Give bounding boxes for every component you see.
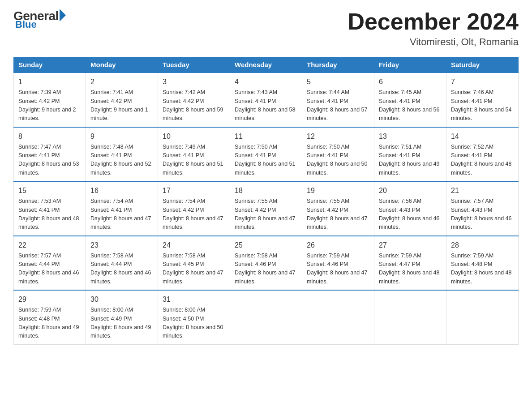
day-info: Sunrise: 7:59 AM Sunset: 4:47 PM Dayligh… bbox=[379, 252, 442, 287]
day-info: Sunrise: 7:42 AM Sunset: 4:42 PM Dayligh… bbox=[163, 88, 225, 123]
day-info: Sunrise: 7:39 AM Sunset: 4:42 PM Dayligh… bbox=[18, 88, 81, 123]
day-number: 29 bbox=[18, 294, 81, 305]
table-row: 19 Sunrise: 7:55 AM Sunset: 4:42 PM Dayl… bbox=[302, 181, 374, 236]
day-info: Sunrise: 7:57 AM Sunset: 4:44 PM Dayligh… bbox=[18, 252, 81, 287]
day-number: 14 bbox=[451, 131, 514, 142]
table-row: 28 Sunrise: 7:59 AM Sunset: 4:48 PM Dayl… bbox=[446, 236, 519, 291]
day-info: Sunrise: 7:46 AM Sunset: 4:41 PM Dayligh… bbox=[451, 88, 514, 123]
day-number: 15 bbox=[18, 185, 81, 196]
day-number: 8 bbox=[18, 131, 81, 142]
table-row: 18 Sunrise: 7:55 AM Sunset: 4:42 PM Dayl… bbox=[230, 181, 302, 236]
day-number: 20 bbox=[379, 185, 442, 196]
day-number: 1 bbox=[18, 77, 81, 87]
day-number: 28 bbox=[451, 240, 514, 251]
day-number: 19 bbox=[307, 185, 369, 196]
day-info: Sunrise: 7:55 AM Sunset: 4:42 PM Dayligh… bbox=[307, 197, 369, 232]
day-info: Sunrise: 7:49 AM Sunset: 4:41 PM Dayligh… bbox=[163, 143, 225, 178]
table-row: 17 Sunrise: 7:54 AM Sunset: 4:42 PM Dayl… bbox=[158, 181, 230, 236]
table-row: 31 Sunrise: 8:00 AM Sunset: 4:50 PM Dayl… bbox=[158, 290, 230, 344]
day-info: Sunrise: 7:59 AM Sunset: 4:48 PM Dayligh… bbox=[18, 306, 81, 341]
day-number: 13 bbox=[379, 131, 442, 142]
day-info: Sunrise: 7:58 AM Sunset: 4:45 PM Dayligh… bbox=[163, 252, 225, 287]
day-info: Sunrise: 7:52 AM Sunset: 4:41 PM Dayligh… bbox=[451, 143, 514, 178]
logo-blue-text: Blue bbox=[15, 19, 37, 30]
table-row: 27 Sunrise: 7:59 AM Sunset: 4:47 PM Dayl… bbox=[374, 236, 446, 291]
calendar-week-row: 15 Sunrise: 7:53 AM Sunset: 4:41 PM Dayl… bbox=[14, 181, 519, 236]
day-info: Sunrise: 7:59 AM Sunset: 4:46 PM Dayligh… bbox=[307, 252, 369, 287]
day-number: 3 bbox=[163, 77, 225, 87]
day-info: Sunrise: 7:54 AM Sunset: 4:42 PM Dayligh… bbox=[163, 197, 225, 232]
month-title: December 2024 bbox=[348, 9, 519, 34]
day-number: 12 bbox=[307, 131, 369, 142]
table-row: 23 Sunrise: 7:58 AM Sunset: 4:44 PM Dayl… bbox=[86, 236, 158, 291]
day-info: Sunrise: 7:43 AM Sunset: 4:41 PM Dayligh… bbox=[235, 88, 297, 123]
table-row: 11 Sunrise: 7:50 AM Sunset: 4:41 PM Dayl… bbox=[230, 127, 302, 182]
table-row: 15 Sunrise: 7:53 AM Sunset: 4:41 PM Dayl… bbox=[14, 181, 86, 236]
calendar-week-row: 22 Sunrise: 7:57 AM Sunset: 4:44 PM Dayl… bbox=[14, 236, 519, 291]
day-info: Sunrise: 7:58 AM Sunset: 4:44 PM Dayligh… bbox=[90, 252, 153, 287]
calendar-week-row: 1 Sunrise: 7:39 AM Sunset: 4:42 PM Dayli… bbox=[14, 73, 519, 127]
table-row: 24 Sunrise: 7:58 AM Sunset: 4:45 PM Dayl… bbox=[158, 236, 230, 291]
page-header: General Blue December 2024 Vitomiresti, … bbox=[13, 9, 519, 48]
day-number: 7 bbox=[451, 77, 514, 87]
table-row: 5 Sunrise: 7:44 AM Sunset: 4:41 PM Dayli… bbox=[302, 73, 374, 127]
table-row: 22 Sunrise: 7:57 AM Sunset: 4:44 PM Dayl… bbox=[14, 236, 86, 291]
day-info: Sunrise: 7:47 AM Sunset: 4:41 PM Dayligh… bbox=[18, 143, 81, 178]
day-number: 18 bbox=[235, 185, 297, 196]
day-info: Sunrise: 7:54 AM Sunset: 4:41 PM Dayligh… bbox=[90, 197, 153, 232]
table-row bbox=[446, 290, 519, 344]
calendar-header-row: Sunday Monday Tuesday Wednesday Thursday… bbox=[14, 57, 519, 73]
day-info: Sunrise: 7:44 AM Sunset: 4:41 PM Dayligh… bbox=[307, 88, 369, 123]
day-number: 23 bbox=[90, 240, 153, 251]
table-row: 12 Sunrise: 7:50 AM Sunset: 4:41 PM Dayl… bbox=[302, 127, 374, 182]
calendar-week-row: 29 Sunrise: 7:59 AM Sunset: 4:48 PM Dayl… bbox=[14, 290, 519, 344]
day-number: 11 bbox=[235, 131, 297, 142]
col-saturday: Saturday bbox=[446, 57, 519, 73]
day-info: Sunrise: 7:57 AM Sunset: 4:43 PM Dayligh… bbox=[451, 197, 514, 232]
day-info: Sunrise: 7:41 AM Sunset: 4:42 PM Dayligh… bbox=[90, 88, 153, 123]
day-info: Sunrise: 7:59 AM Sunset: 4:48 PM Dayligh… bbox=[451, 252, 514, 287]
logo: General Blue bbox=[13, 9, 66, 30]
table-row: 30 Sunrise: 8:00 AM Sunset: 4:49 PM Dayl… bbox=[86, 290, 158, 344]
table-row: 9 Sunrise: 7:48 AM Sunset: 4:41 PM Dayli… bbox=[86, 127, 158, 182]
day-info: Sunrise: 7:55 AM Sunset: 4:42 PM Dayligh… bbox=[235, 197, 297, 232]
table-row: 8 Sunrise: 7:47 AM Sunset: 4:41 PM Dayli… bbox=[14, 127, 86, 182]
day-info: Sunrise: 7:53 AM Sunset: 4:41 PM Dayligh… bbox=[18, 197, 81, 232]
table-row: 3 Sunrise: 7:42 AM Sunset: 4:42 PM Dayli… bbox=[158, 73, 230, 127]
table-row: 14 Sunrise: 7:52 AM Sunset: 4:41 PM Dayl… bbox=[446, 127, 519, 182]
day-number: 25 bbox=[235, 240, 297, 251]
day-info: Sunrise: 7:56 AM Sunset: 4:43 PM Dayligh… bbox=[379, 197, 442, 232]
logo-arrow-icon bbox=[60, 9, 66, 21]
day-number: 4 bbox=[235, 77, 297, 87]
day-number: 21 bbox=[451, 185, 514, 196]
table-row: 2 Sunrise: 7:41 AM Sunset: 4:42 PM Dayli… bbox=[86, 73, 158, 127]
day-number: 2 bbox=[90, 77, 153, 87]
day-info: Sunrise: 7:51 AM Sunset: 4:41 PM Dayligh… bbox=[379, 143, 442, 178]
day-number: 9 bbox=[90, 131, 153, 142]
col-sunday: Sunday bbox=[14, 57, 86, 73]
day-number: 6 bbox=[379, 77, 442, 87]
location-subtitle: Vitomiresti, Olt, Romania bbox=[348, 36, 519, 48]
table-row: 10 Sunrise: 7:49 AM Sunset: 4:41 PM Dayl… bbox=[158, 127, 230, 182]
day-info: Sunrise: 7:45 AM Sunset: 4:41 PM Dayligh… bbox=[379, 88, 442, 123]
table-row: 16 Sunrise: 7:54 AM Sunset: 4:41 PM Dayl… bbox=[86, 181, 158, 236]
day-number: 5 bbox=[307, 77, 369, 87]
day-info: Sunrise: 7:50 AM Sunset: 4:41 PM Dayligh… bbox=[307, 143, 369, 178]
table-row: 1 Sunrise: 7:39 AM Sunset: 4:42 PM Dayli… bbox=[14, 73, 86, 127]
col-monday: Monday bbox=[86, 57, 158, 73]
day-number: 26 bbox=[307, 240, 369, 251]
col-friday: Friday bbox=[374, 57, 446, 73]
table-row: 6 Sunrise: 7:45 AM Sunset: 4:41 PM Dayli… bbox=[374, 73, 446, 127]
day-info: Sunrise: 7:58 AM Sunset: 4:46 PM Dayligh… bbox=[235, 252, 297, 287]
calendar-table: Sunday Monday Tuesday Wednesday Thursday… bbox=[13, 57, 519, 345]
table-row: 29 Sunrise: 7:59 AM Sunset: 4:48 PM Dayl… bbox=[14, 290, 86, 344]
day-number: 16 bbox=[90, 185, 153, 196]
day-info: Sunrise: 7:50 AM Sunset: 4:41 PM Dayligh… bbox=[235, 143, 297, 178]
col-wednesday: Wednesday bbox=[230, 57, 302, 73]
day-number: 24 bbox=[163, 240, 225, 251]
table-row bbox=[374, 290, 446, 344]
table-row bbox=[230, 290, 302, 344]
day-number: 22 bbox=[18, 240, 81, 251]
col-tuesday: Tuesday bbox=[158, 57, 230, 73]
day-number: 30 bbox=[90, 294, 153, 305]
